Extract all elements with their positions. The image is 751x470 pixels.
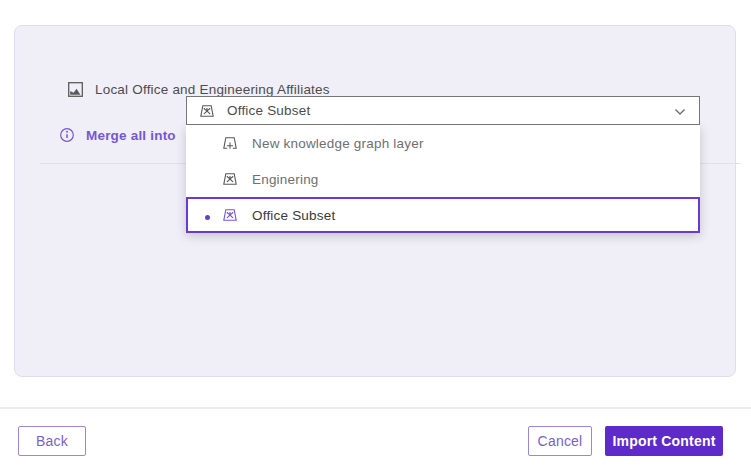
cancel-button[interactable]: Cancel [528, 426, 592, 456]
merge-row: Merge all into [59, 127, 176, 143]
new-knowledge-graph-layer-icon [222, 135, 238, 151]
merge-target-select[interactable]: Office Subset [186, 96, 700, 125]
knowledge-graph-layer-icon [222, 207, 238, 223]
select-value: Office Subset [227, 103, 310, 118]
import-dialog: Local Office and Engineering Affiliates … [0, 0, 751, 470]
knowledge-graph-layer-icon [199, 103, 215, 119]
dropdown-option-label: Office Subset [252, 208, 335, 223]
dataset-chart-icon [67, 81, 84, 98]
back-button[interactable]: Back [18, 426, 86, 456]
merge-target-dropdown: New knowledge graph layer Enginering [186, 125, 700, 233]
selected-bullet-icon [205, 215, 210, 220]
import-content-button[interactable]: Import Content [605, 426, 723, 456]
merge-all-into-label: Merge all into [86, 128, 176, 143]
dropdown-option-label: New knowledge graph layer [252, 136, 424, 151]
info-icon[interactable] [59, 127, 75, 143]
chevron-down-icon [674, 108, 686, 116]
dropdown-option-new-layer[interactable]: New knowledge graph layer [186, 125, 700, 161]
footer-divider [0, 407, 751, 409]
dropdown-option-enginering[interactable]: Enginering [186, 161, 700, 197]
dropdown-option-label: Enginering [252, 172, 319, 187]
dropdown-option-office-subset[interactable]: Office Subset [186, 197, 700, 233]
dataset-label: Local Office and Engineering Affiliates [95, 82, 330, 97]
knowledge-graph-layer-icon [222, 171, 238, 187]
